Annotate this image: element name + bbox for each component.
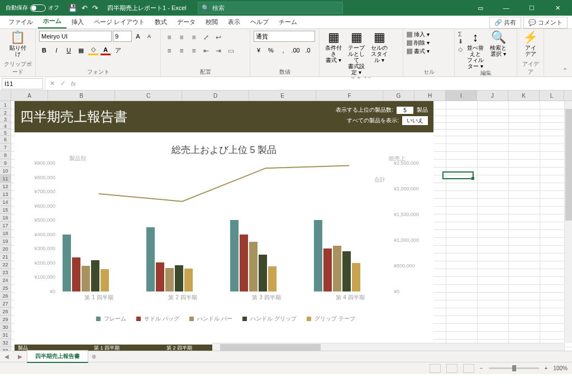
save-icon[interactable]: 💾	[68, 4, 77, 12]
undo-icon[interactable]: ↶	[82, 4, 88, 12]
comments-button[interactable]: 💬 コメント	[523, 17, 568, 28]
tab-data[interactable]: データ	[172, 16, 201, 28]
row-header[interactable]: 21	[0, 253, 11, 261]
row-header[interactable]: 17	[0, 222, 11, 230]
border-button[interactable]: ▦	[76, 45, 86, 55]
row-header[interactable]: 22	[0, 261, 11, 269]
row-header[interactable]: 33	[0, 347, 11, 351]
add-sheet-button[interactable]: ⊕	[88, 353, 99, 360]
paste-button[interactable]: 📋貼り付け	[7, 31, 28, 57]
row-header[interactable]: 2	[0, 109, 11, 116]
col-header[interactable]: H	[414, 90, 446, 101]
col-header[interactable]: D	[182, 90, 249, 101]
ideas-button[interactable]: ⚡アイ デア	[521, 31, 540, 57]
bold-button[interactable]: B	[39, 45, 49, 55]
row-header[interactable]: 29	[0, 315, 11, 323]
row-header[interactable]: 27	[0, 300, 11, 308]
col-header[interactable]: F	[316, 90, 383, 101]
align-center-icon[interactable]: ≡	[177, 46, 187, 56]
row-header[interactable]: 7	[0, 144, 11, 151]
merge-icon[interactable]: ▭	[226, 46, 236, 56]
row-header[interactable]: 3	[0, 116, 11, 122]
col-header[interactable]: K	[508, 90, 540, 101]
zoom-out-icon[interactable]: −	[480, 365, 483, 371]
increase-decimal-icon[interactable]: .00	[290, 45, 301, 55]
decrease-decimal-icon[interactable]: .0	[303, 45, 313, 55]
chart[interactable]: 総売上および上位 5 製品 製品別 総売上 合計 ¥0¥100,000¥200,…	[15, 132, 433, 345]
indent-increase-icon[interactable]: ⇥	[213, 46, 223, 56]
tab-formulas[interactable]: 数式	[150, 16, 172, 28]
fill-color-button[interactable]: ◇	[88, 45, 98, 55]
row-header[interactable]: 5	[0, 129, 11, 136]
cancel-formula-icon[interactable]: ✕	[50, 80, 55, 87]
name-box[interactable]	[2, 78, 43, 89]
row-header[interactable]: 28	[0, 308, 11, 315]
page-layout-view-icon[interactable]	[446, 364, 457, 373]
fx-icon[interactable]: fx	[71, 80, 76, 87]
find-select-button[interactable]: 🔍検索と 選択 ▾	[488, 31, 509, 57]
format-as-table-button[interactable]: ▦テーブルとして 書式設定 ▾	[346, 31, 367, 75]
col-header[interactable]: L	[540, 90, 564, 101]
enter-formula-icon[interactable]: ✓	[60, 80, 65, 87]
tab-view[interactable]: 表示	[223, 16, 245, 28]
tab-home[interactable]: ホーム	[38, 15, 66, 28]
tab-help[interactable]: ヘルプ	[245, 16, 274, 28]
tab-file[interactable]: ファイル	[3, 16, 38, 28]
sort-filter-button[interactable]: ↕並べ替えと フィルター ▾	[465, 31, 486, 69]
row-header[interactable]: 32	[0, 339, 11, 347]
select-all-corner[interactable]	[0, 90, 11, 101]
align-top-icon[interactable]: ≡	[164, 32, 174, 42]
cells-area[interactable]: 四半期売上報告書 表示する上位の製品数: 5 製品 すべての製品を表示: いいえ	[11, 101, 572, 351]
row-header[interactable]: 8	[0, 151, 11, 159]
wrap-text-icon[interactable]: ↩	[213, 32, 223, 42]
zoom-in-icon[interactable]: +	[545, 365, 548, 371]
format-cells-button[interactable]: ▦ 書式 ▾	[407, 47, 430, 55]
col-header[interactable]: C	[115, 90, 182, 101]
col-header[interactable]: B	[48, 90, 115, 101]
row-header[interactable]: 13	[0, 190, 11, 198]
zoom-level[interactable]: 100%	[553, 365, 568, 371]
col-header[interactable]: E	[249, 90, 316, 101]
redo-icon[interactable]: ↷	[92, 4, 98, 12]
col-header[interactable]: A	[11, 90, 48, 101]
col-header[interactable]: J	[477, 90, 508, 101]
normal-view-icon[interactable]	[430, 364, 441, 373]
comma-icon[interactable]: ,	[278, 45, 288, 55]
collapse-ribbon-icon[interactable]: ⌃	[558, 65, 572, 77]
align-left-icon[interactable]: ≡	[164, 46, 174, 56]
number-format-select[interactable]	[254, 31, 315, 42]
maximize-icon[interactable]: ☐	[519, 0, 544, 16]
vertical-scrollbar[interactable]	[564, 101, 572, 343]
row-header[interactable]: 18	[0, 230, 11, 237]
ribbon-display-icon[interactable]: ▭	[468, 0, 493, 16]
row-header[interactable]: 15	[0, 206, 11, 214]
delete-cells-button[interactable]: ▦ 削除 ▾	[407, 39, 430, 47]
row-header[interactable]: 26	[0, 292, 11, 300]
currency-icon[interactable]: ¥	[254, 45, 264, 55]
percent-icon[interactable]: %	[266, 45, 276, 55]
row-header[interactable]: 6	[0, 136, 11, 144]
align-middle-icon[interactable]: ≡	[177, 32, 187, 42]
row-header[interactable]: 10	[0, 167, 11, 175]
font-color-button[interactable]: A	[101, 45, 111, 55]
shrink-font-icon[interactable]: A	[144, 31, 154, 41]
tab-team[interactable]: チーム	[274, 16, 302, 28]
tab-pagelayout[interactable]: ページ レイアウト	[89, 16, 150, 28]
spreadsheet-grid[interactable]: A B C D E F G H I J K L 1234567891011121…	[0, 90, 572, 351]
row-header[interactable]: 12	[0, 183, 11, 190]
orientation-icon[interactable]: ⤢	[201, 32, 211, 42]
underline-button[interactable]: U	[64, 45, 74, 55]
row-header[interactable]: 20	[0, 245, 11, 253]
share-button[interactable]: 🔗 共有	[489, 17, 521, 28]
zoom-slider[interactable]	[489, 367, 539, 369]
italic-button[interactable]: I	[51, 45, 61, 55]
show-all-value[interactable]: いいえ	[402, 116, 428, 125]
align-right-icon[interactable]: ≡	[189, 46, 199, 56]
cell-styles-button[interactable]: ▦セルの スタイル ▾	[369, 31, 390, 63]
autosave-toggle[interactable]: 自動保存 オフ	[2, 4, 63, 12]
sheet-nav-next[interactable]: ▶	[13, 353, 27, 360]
autosum-icon[interactable]: Σ	[458, 31, 463, 37]
insert-cells-button[interactable]: ▦ 挿入 ▾	[407, 31, 430, 39]
row-header[interactable]: 31	[0, 331, 11, 339]
col-header[interactable]: I	[446, 90, 477, 101]
